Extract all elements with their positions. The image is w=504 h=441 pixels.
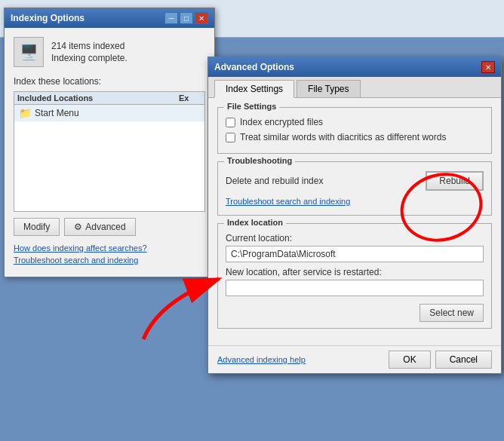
current-location-label: Current location: (226, 233, 484, 243)
tabs-bar: Index Settings File Types (208, 77, 501, 98)
locations-list: Included Locations Ex 📁 Start Menu (14, 91, 205, 212)
advanced-close-button[interactable]: ✕ (481, 61, 495, 73)
new-location-label: New location, after service is restarted… (226, 267, 484, 277)
close-button[interactable]: ✕ (195, 12, 208, 24)
select-new-row: Select new (226, 304, 484, 322)
location-row-startmenu[interactable]: 📁 Start Menu (14, 105, 204, 121)
troubleshoot-search-link[interactable]: Troubleshoot search and indexing (226, 197, 484, 206)
checkbox-encrypted[interactable] (226, 118, 235, 127)
minimize-button[interactable]: ─ (164, 12, 178, 24)
current-location-value: C:\ProgramData\Microsoft (226, 246, 484, 262)
header-included: Included Locations (17, 93, 179, 103)
advanced-indexing-help-link[interactable]: Advanced indexing help (217, 355, 306, 364)
indexing-options-window: Indexing Options ─ □ ✕ 🖥️ 214 items inde… (4, 8, 215, 277)
advanced-icon: ⚙ (74, 222, 82, 232)
indexing-count: 214 items indexed (51, 41, 128, 51)
location-name: Start Menu (35, 108, 79, 118)
indexing-titlebar: Indexing Options ─ □ ✕ (5, 8, 214, 28)
troubleshoot-section-title: Troubleshooting (224, 156, 295, 165)
checkbox-diacritics-label: Treat similar words with diacritics as d… (240, 132, 446, 142)
index-location-section: Index location Current location: C:\Prog… (217, 223, 492, 329)
advanced-button[interactable]: ⚙ Advanced (64, 218, 135, 236)
file-settings-group: File Settings Index encrypted files Trea… (217, 107, 492, 154)
troubleshoot-section: Troubleshooting Delete and rebuild index… (217, 161, 492, 216)
delete-rebuild-label: Delete and rebuild index (226, 176, 323, 186)
folder-icon: 📁 (19, 107, 32, 119)
advanced-label: Advanced (85, 222, 125, 232)
indexing-text: 214 items indexed Indexing complete. (51, 41, 128, 63)
checkbox-diacritics[interactable] (226, 133, 235, 142)
header-ex: Ex (179, 93, 201, 103)
index-location-title: Index location (224, 218, 286, 227)
indexing-content: 🖥️ 214 items indexed Indexing complete. … (5, 28, 214, 277)
footer-buttons: OK Cancel (389, 351, 492, 369)
rebuild-button[interactable]: Rebuild (426, 171, 484, 191)
titlebar-controls: ─ □ ✕ (164, 12, 208, 24)
maximize-button[interactable]: □ (180, 12, 193, 24)
tab-index-settings-label: Index Settings (226, 84, 283, 94)
section-label: Index these locations: (14, 76, 205, 87)
indexing-buttons: Modify ⚙ Advanced (14, 218, 205, 236)
indexing-title: Indexing Options (11, 13, 85, 23)
tab-file-types[interactable]: File Types (297, 80, 360, 97)
troubleshoot-link-indexing[interactable]: Troubleshoot search and indexing (14, 256, 205, 265)
troubleshoot-row: Delete and rebuild index Rebuild (226, 171, 484, 191)
modify-button[interactable]: Modify (14, 218, 60, 236)
advanced-options-window: Advanced Options ✕ Index Settings File T… (207, 57, 502, 374)
checkbox-encrypted-label: Index encrypted files (240, 117, 323, 127)
file-settings-title: File Settings (224, 102, 279, 111)
advanced-footer: Advanced indexing help OK Cancel (208, 345, 501, 373)
select-new-button[interactable]: Select new (419, 304, 484, 322)
tab-index-settings[interactable]: Index Settings (214, 80, 294, 98)
checkbox-row-diacritics: Treat similar words with diacritics as d… (226, 132, 484, 142)
advanced-title: Advanced Options (214, 62, 294, 72)
cancel-button[interactable]: Cancel (435, 351, 492, 369)
new-location-input[interactable] (226, 280, 484, 296)
indexing-status: 🖥️ 214 items indexed Indexing complete. (14, 37, 205, 67)
indexing-complete: Indexing complete. (51, 53, 128, 63)
advanced-body: File Settings Index encrypted files Trea… (208, 98, 501, 345)
advanced-titlebar: Advanced Options ✕ (208, 57, 501, 77)
how-indexing-link[interactable]: How does indexing affect searches? (14, 243, 205, 253)
ok-button[interactable]: OK (389, 351, 430, 369)
locations-header: Included Locations Ex (14, 92, 204, 105)
indexing-icon: 🖥️ (14, 37, 44, 67)
tab-file-types-label: File Types (308, 84, 349, 94)
checkbox-row-encrypted: Index encrypted files (226, 117, 484, 127)
